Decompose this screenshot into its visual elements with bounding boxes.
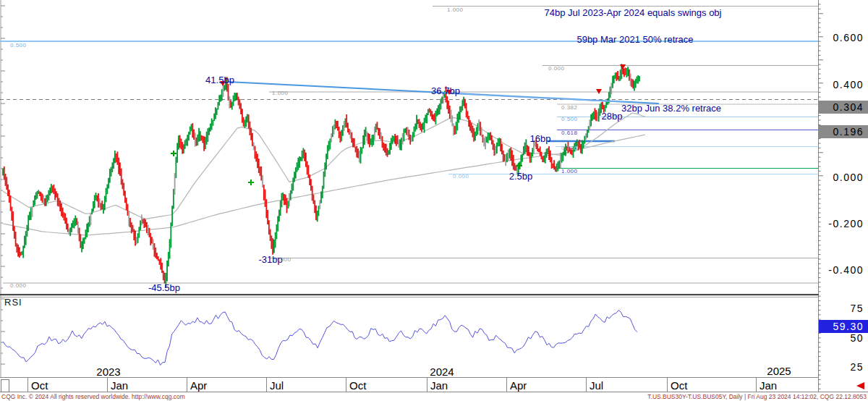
month-label: Oct [671,379,687,392]
fib-level-label: 1.000 [447,7,464,13]
month-label: Oct [349,379,366,392]
trendline-downtrend-jan24[interactable] [448,93,624,102]
price-axis-badge: 0.304 [819,101,868,114]
fib-level-label: 0.000 [548,65,565,72]
fib-level-label: 0.000 [10,282,27,289]
month-label: Jan [760,379,777,392]
price-axis-label[interactable]: 0.000 [833,172,864,183]
fib-level-label: 1.000 [272,90,289,96]
month-label: Oct [31,379,48,392]
annotation-label: -45.5bp [148,282,180,293]
month-label: Apr [510,379,527,392]
price-axis-label[interactable]: 0.600 [833,32,864,43]
chart-plot-area[interactable] [0,0,868,401]
month-label: Jan [111,379,128,392]
price-rsi-divider[interactable] [0,294,819,295]
annotation-label: 32bp Jun 38.2% retrace [621,103,721,114]
symbol-timestamp-text: T.US.BUS30Y-T.US.BUS05Y, Daily | Fri Aug… [647,393,867,400]
rsi-axis-label[interactable]: 25 [850,361,864,373]
month-label: Jul [590,379,603,392]
year-label: 2024 [430,366,454,378]
annotation-label: 74bp Jul 2023-Apr 2024 equals swings obj [544,7,721,18]
fib-level-label: 0.786 [561,145,578,151]
month-label: Jul [270,379,284,392]
rsi-study-label: RSI [4,297,22,308]
fib-level-label: 0.000 [453,173,469,180]
scroll-left-arrow-icon[interactable] [856,382,864,389]
annotation-label: 59bp Mar 2021 50% retrace [576,34,693,45]
annotation-label: 41.5bp [205,75,234,85]
scrollbar-box[interactable] [1,379,9,392]
rsi-line [3,311,637,366]
rsi-axis-label[interactable]: 50 [850,332,864,344]
status-bar: CQG Inc. © 2024 All rights reserved worl… [0,392,868,401]
annotation-label: 16bp [530,133,551,144]
fib-level-label: 0.500 [561,116,578,122]
fib-level-label: 0.618 [561,130,578,136]
fib-level-label: 0.000 [275,256,292,263]
year-label: 2025 [767,365,791,377]
annotation-label: 36.7bp [431,85,460,96]
rsi-value-badge: 59.30 [819,320,868,333]
month-label: Apr [190,379,207,392]
price-axis-label[interactable]: -0.400 [828,264,864,276]
month-label: Jan [430,379,448,392]
price-axis-label[interactable]: -0.200 [828,218,864,229]
fib-level-label: 0.500 [10,42,27,48]
year-label: 2023 [96,366,120,378]
copyright-text: CQG Inc. © 2024 All rights reserved worl… [1,393,185,400]
annotation-label: 2.5bp [509,171,533,182]
price-axis-label[interactable]: 0.400 [833,79,864,90]
annotation-label: 28bp [602,111,623,122]
rsi-axis-label[interactable]: 75 [850,303,864,314]
price-axis-badge: 0.196 [819,125,868,138]
fib-level-label: 0.382 [561,104,578,111]
fib-level-label: 1.000 [561,168,578,174]
cqg-chart-window: 74bp Jul 2023-Apr 2024 equals swings obj… [0,0,868,401]
